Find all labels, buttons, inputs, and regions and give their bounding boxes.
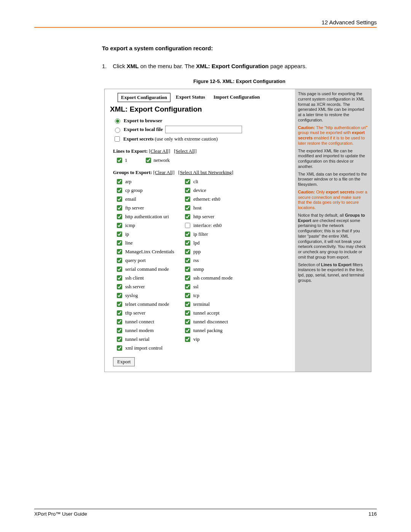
group-item: rss xyxy=(183,257,233,264)
group-item: tunnel accept xyxy=(183,309,233,317)
group-checkbox[interactable] xyxy=(185,328,190,333)
group-checkbox[interactable] xyxy=(117,214,122,219)
group-item: http authentication uri xyxy=(115,213,174,220)
group-checkbox[interactable] xyxy=(185,267,190,272)
group-checkbox[interactable] xyxy=(185,275,190,281)
radio-export-browser-label: Export to browser xyxy=(124,118,162,124)
group-checkbox[interactable] xyxy=(185,249,190,254)
group-item: ssh server xyxy=(115,283,174,291)
group-label: tunnel connect xyxy=(125,319,154,325)
lines-clear-all-link[interactable]: [Clear All] xyxy=(149,148,170,154)
group-checkbox[interactable] xyxy=(185,188,190,193)
group-item: arp xyxy=(115,178,174,185)
group-checkbox[interactable] xyxy=(117,293,122,298)
group-label: ssh client xyxy=(125,275,144,281)
group-label: arp xyxy=(125,179,132,185)
group-item: query port xyxy=(115,257,174,264)
group-item: tcp xyxy=(183,292,233,299)
group-item: host xyxy=(183,204,233,212)
group-item: tunnel modem xyxy=(115,327,174,334)
group-item: ftp server xyxy=(115,204,174,212)
group-checkbox[interactable] xyxy=(117,345,122,351)
group-checkbox[interactable] xyxy=(185,240,190,246)
group-checkbox[interactable] xyxy=(117,284,122,289)
group-checkbox[interactable] xyxy=(117,310,122,316)
group-item: ManageLinx Credentials xyxy=(115,248,174,256)
group-checkbox[interactable] xyxy=(117,205,122,211)
panel-title: XML: Export Configuration xyxy=(110,105,291,113)
group-label: email xyxy=(125,196,136,202)
group-checkbox[interactable] xyxy=(185,310,190,316)
export-button[interactable]: Export xyxy=(113,357,135,366)
tab-export-configuration[interactable]: Export Configuration xyxy=(118,93,170,102)
step-number: 1. xyxy=(102,63,111,69)
group-checkbox[interactable] xyxy=(117,267,122,272)
group-item: icmp xyxy=(115,222,174,229)
group-label: ftp server xyxy=(125,205,144,211)
group-item: ssh client xyxy=(115,274,174,282)
groups-clear-all-link[interactable]: [Clear All] xyxy=(153,169,175,175)
group-checkbox[interactable] xyxy=(117,275,122,281)
group-label: terminal xyxy=(193,301,210,307)
local-file-input[interactable] xyxy=(165,126,242,133)
radio-export-local-file[interactable] xyxy=(115,128,120,133)
group-label: tunnel modem xyxy=(125,328,154,334)
group-checkbox[interactable] xyxy=(185,258,190,263)
checkbox-export-secrets[interactable] xyxy=(115,136,120,142)
lines-select-all-link[interactable]: [Select All] xyxy=(174,148,197,154)
group-checkbox[interactable] xyxy=(185,232,190,237)
radio-export-browser[interactable] xyxy=(115,118,120,124)
group-label: xml import control xyxy=(125,345,162,351)
group-checkbox[interactable] xyxy=(117,337,122,342)
group-item: device xyxy=(183,187,233,194)
group-item: ppp xyxy=(183,248,233,256)
group-label: tunnel serial xyxy=(125,336,150,342)
section-heading: To export a system configuration record: xyxy=(102,45,377,51)
figure-caption: Figure 12-5. XML: Export Configuration xyxy=(102,78,377,84)
group-label: tftp server xyxy=(125,310,145,316)
tab-export-status[interactable]: Export Status xyxy=(173,93,208,102)
group-checkbox[interactable] xyxy=(185,214,190,219)
group-checkbox[interactable] xyxy=(117,249,122,254)
group-item: tftp server xyxy=(115,309,174,317)
group-item: syslog xyxy=(115,292,174,299)
groups-to-export-row: Groups to Export: [Clear All] [Select Al… xyxy=(113,169,291,176)
group-checkbox[interactable] xyxy=(185,179,190,184)
group-checkbox[interactable] xyxy=(117,240,122,246)
group-checkbox[interactable] xyxy=(185,223,190,228)
footer-left: XPort Pro™ User Guide xyxy=(34,511,87,517)
group-checkbox[interactable] xyxy=(117,232,122,237)
group-label: snmp xyxy=(193,266,204,272)
tab-import-configuration[interactable]: Import Configuration xyxy=(210,93,263,102)
group-label: icmp xyxy=(125,222,135,228)
group-checkbox[interactable] xyxy=(117,302,122,307)
group-checkbox[interactable] xyxy=(185,337,190,342)
group-label: lpd xyxy=(193,240,200,246)
group-label: ip filter xyxy=(193,231,208,237)
group-checkbox[interactable] xyxy=(117,223,122,228)
group-checkbox[interactable] xyxy=(117,258,122,263)
groups-select-all-but-net-link[interactable]: [Select All but Networking] xyxy=(178,169,233,175)
group-label: vip xyxy=(193,336,200,342)
group-checkbox[interactable] xyxy=(117,319,122,324)
group-checkbox[interactable] xyxy=(185,197,190,202)
group-checkbox[interactable] xyxy=(117,179,122,184)
group-checkbox[interactable] xyxy=(117,188,122,193)
checkbox-line-1[interactable] xyxy=(117,158,122,163)
group-label: http authentication uri xyxy=(125,214,169,220)
group-label: serial command mode xyxy=(125,266,169,272)
group-item: serial command mode xyxy=(115,265,174,273)
group-label: ppp xyxy=(193,249,201,255)
group-checkbox[interactable] xyxy=(185,293,190,298)
group-checkbox[interactable] xyxy=(185,205,190,211)
group-label: device xyxy=(193,187,206,193)
group-label: ip xyxy=(125,231,129,237)
group-checkbox[interactable] xyxy=(185,302,190,307)
group-checkbox[interactable] xyxy=(185,284,190,289)
group-checkbox[interactable] xyxy=(117,197,122,202)
checkbox-line-network[interactable] xyxy=(146,158,151,163)
group-checkbox[interactable] xyxy=(185,319,190,324)
group-label: ssl xyxy=(193,284,199,290)
group-label: tunnel accept xyxy=(193,310,220,316)
group-checkbox[interactable] xyxy=(117,328,122,333)
